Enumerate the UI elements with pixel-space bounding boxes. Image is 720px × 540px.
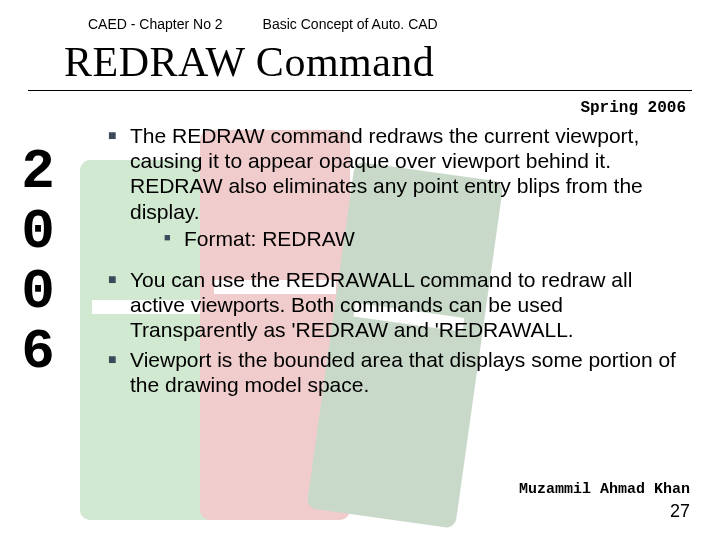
bullet-2: ■ You can use the REDRAWALL command to r… xyxy=(108,267,684,343)
bullet-1-sub-text: Format: REDRAW xyxy=(184,226,355,251)
content-area: ■ The REDRAW command redraws the current… xyxy=(108,123,684,397)
bullet-2-text: You can use the REDRAWALL command to red… xyxy=(130,267,684,343)
year-vertical: 2006 xyxy=(10,140,66,380)
header-right: Basic Concept of Auto. CAD xyxy=(263,16,438,32)
page-number: 27 xyxy=(519,500,690,523)
page-title: REDRAW Command xyxy=(64,38,692,86)
bullet-mark-icon: ■ xyxy=(108,347,130,397)
divider xyxy=(28,90,692,91)
footer-author: Muzammil Ahmad Khan xyxy=(519,481,690,500)
bullet-3: ■ Viewport is the bounded area that disp… xyxy=(108,347,684,397)
bullet-1-sub: ■ Format: REDRAW xyxy=(164,226,684,251)
bullet-1-text: The REDRAW command redraws the current v… xyxy=(130,124,643,223)
footer: Muzammil Ahmad Khan 27 xyxy=(519,481,690,522)
spring-label: Spring 2006 xyxy=(28,99,692,117)
bullet-1: ■ The REDRAW command redraws the current… xyxy=(108,123,684,251)
bullet-mark-icon: ■ xyxy=(108,123,130,251)
bullet-3-text: Viewport is the bounded area that displa… xyxy=(130,347,684,397)
header-left: CAED - Chapter No 2 xyxy=(88,16,223,32)
bullet-mark-icon: ■ xyxy=(108,267,130,343)
header-row: CAED - Chapter No 2 Basic Concept of Aut… xyxy=(88,16,692,32)
sub-bullet-mark-icon: ■ xyxy=(164,226,184,251)
